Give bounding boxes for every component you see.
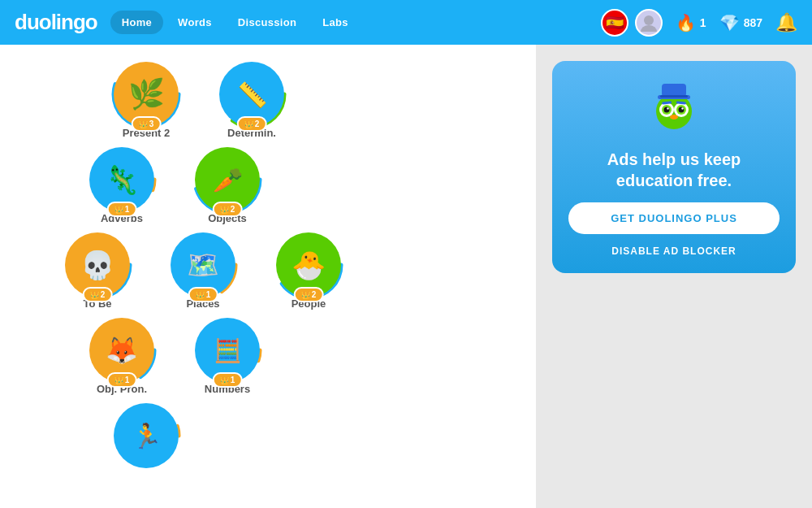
nav-tab-labs[interactable]: Labs bbox=[311, 11, 360, 34]
avatar[interactable] bbox=[635, 9, 663, 37]
sidebar: Ads help us keep education free. GET DUO… bbox=[536, 45, 812, 508]
lesson-ring-tobe: 💀 👑2 bbox=[65, 232, 130, 297]
crown-badge-present2: 👑3 bbox=[132, 116, 162, 132]
nav-tabs: Home Words Discussion Labs bbox=[110, 11, 360, 34]
svg-point-22 bbox=[679, 107, 685, 113]
header: duolingo Home Words Discussion Labs 🇪🇸 🔥… bbox=[0, 0, 812, 45]
svg-point-0 bbox=[644, 15, 654, 25]
ad-card: Ads help us keep education free. GET DUO… bbox=[552, 61, 796, 273]
crown-badge-determin: 👑2 bbox=[237, 116, 267, 132]
lesson-ring-partial: 🏃 bbox=[114, 403, 179, 468]
streak-value: 1 bbox=[700, 16, 706, 29]
lesson-row-5: 🏃 bbox=[97, 403, 195, 468]
lesson-item-people[interactable]: 🐣 👑2 People bbox=[260, 232, 357, 310]
lesson-item-objpron[interactable]: 🦊 👑1 Obj. Pron. bbox=[73, 318, 171, 395]
lesson-ring-numbers: 🧮 👑1 bbox=[195, 318, 260, 383]
lesson-item-places[interactable]: 🗺️ 👑1 Places bbox=[154, 232, 252, 310]
gem-counter: 💎 887 bbox=[719, 13, 762, 33]
lesson-item-tobe[interactable]: 💀 👑2 To Be bbox=[49, 232, 146, 310]
svg-point-21 bbox=[664, 107, 670, 113]
lesson-item-objects[interactable]: 🥕 👑2 Objects bbox=[179, 147, 276, 224]
lesson-row-2: 🦎 👑1 Adverbs 🥕 bbox=[73, 147, 276, 224]
crown-badge-objpron: 👑1 bbox=[107, 372, 137, 388]
svg-rect-15 bbox=[662, 84, 686, 97]
crown-badge-places: 👑1 bbox=[188, 287, 218, 302]
logo: duolingo bbox=[15, 10, 97, 35]
main: 🌿 👑3 Present 2 📏 bbox=[0, 45, 812, 508]
gem-value: 887 bbox=[744, 16, 762, 29]
crown-badge-tobe: 👑2 bbox=[83, 287, 113, 302]
lesson-ring-objpron: 🦊 👑1 bbox=[89, 318, 154, 383]
lesson-item-determin[interactable]: 📏 👑2 Determin. bbox=[203, 62, 300, 139]
streak-counter: 🔥 1 bbox=[676, 13, 706, 33]
svg-point-1 bbox=[641, 25, 657, 32]
get-plus-button[interactable]: GET DUOLINGO PLUS bbox=[568, 202, 780, 234]
svg-point-24 bbox=[681, 107, 683, 109]
crown-badge-numbers: 👑1 bbox=[213, 372, 243, 388]
lesson-ring-present2: 🌿 👑3 bbox=[114, 62, 179, 127]
nav-tab-discussion[interactable]: Discussion bbox=[227, 11, 308, 34]
flame-icon: 🔥 bbox=[676, 13, 696, 33]
lesson-content: 🌿 👑3 Present 2 📏 bbox=[0, 45, 536, 508]
flag-avatar: 🇪🇸 bbox=[601, 9, 663, 37]
crown-badge-objects: 👑2 bbox=[213, 202, 243, 217]
svg-point-23 bbox=[667, 107, 668, 109]
lesson-row-4: 🦊 👑1 Obj. Pron. 🧮 bbox=[73, 318, 276, 395]
bell-icon[interactable]: 🔔 bbox=[775, 12, 797, 33]
lesson-row-1: 🌿 👑3 Present 2 📏 bbox=[97, 62, 300, 139]
ad-text: Ads help us keep education free. bbox=[568, 149, 780, 191]
crown-badge-adverbs: 👑1 bbox=[107, 202, 137, 217]
svg-point-25 bbox=[670, 115, 678, 119]
lesson-grid: 🌿 👑3 Present 2 📏 bbox=[49, 58, 512, 476]
owl-illustration bbox=[646, 77, 702, 134]
lesson-ring-places: 🗺️ 👑1 bbox=[171, 232, 235, 297]
lesson-item-partial[interactable]: 🏃 bbox=[97, 403, 195, 468]
lesson-item-numbers[interactable]: 🧮 👑1 Numbers bbox=[179, 318, 276, 395]
gem-icon: 💎 bbox=[719, 13, 740, 33]
lesson-row-3: 💀 👑2 To Be 🗺️ bbox=[49, 232, 357, 310]
lesson-ring-objects: 🥕 👑2 bbox=[195, 147, 260, 212]
header-right: 🇪🇸 🔥 1 💎 887 🔔 bbox=[601, 9, 797, 37]
lesson-ring-adverbs: 🦎 👑1 bbox=[89, 147, 154, 212]
lesson-ring-people: 🐣 👑2 bbox=[276, 232, 341, 297]
svg-rect-16 bbox=[660, 95, 688, 98]
lesson-item-present2[interactable]: 🌿 👑3 Present 2 bbox=[97, 62, 195, 139]
flag-icon[interactable]: 🇪🇸 bbox=[601, 9, 628, 37]
crown-badge-people: 👑2 bbox=[294, 287, 324, 302]
disable-ad-button[interactable]: DISABLE AD BLOCKER bbox=[611, 245, 736, 257]
lesson-ring-determin: 📏 👑2 bbox=[219, 62, 284, 127]
nav-tab-home[interactable]: Home bbox=[110, 11, 163, 34]
lesson-item-adverbs[interactable]: 🦎 👑1 Adverbs bbox=[73, 147, 171, 224]
nav-tab-words[interactable]: Words bbox=[166, 11, 223, 34]
